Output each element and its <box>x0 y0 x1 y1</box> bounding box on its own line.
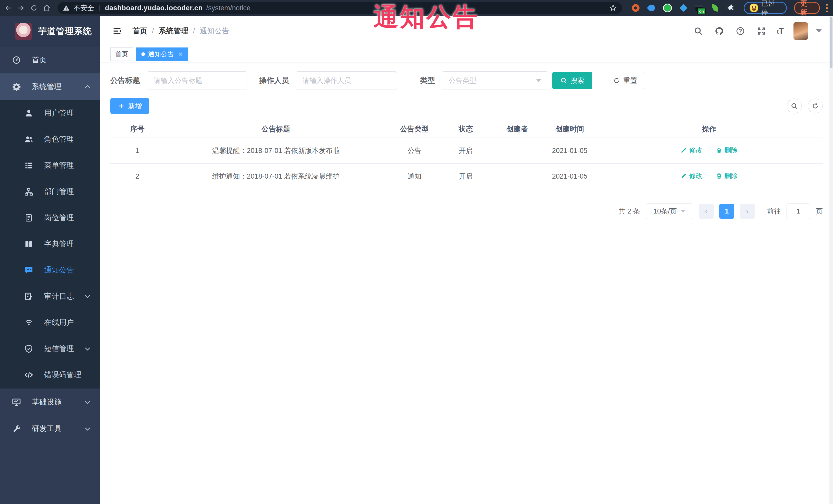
profile-paused-chip[interactable]: 已暂停 <box>744 2 787 14</box>
user-avatar[interactable] <box>793 22 808 40</box>
avatar-caret-icon[interactable] <box>816 29 822 32</box>
refresh-button[interactable] <box>808 99 823 114</box>
tab-notice[interactable]: 通知公告 × <box>136 47 188 61</box>
sidebar-item-book[interactable]: 字典管理 <box>0 231 100 257</box>
monitor-icon <box>11 397 22 407</box>
chevron-down-icon <box>536 79 541 82</box>
extension-green-icon[interactable] <box>663 3 672 13</box>
sidebar-item-message[interactable]: 通知公告 <box>0 257 100 283</box>
sidebar-item-label: 岗位管理 <box>44 213 91 223</box>
delete-link[interactable]: 删除 <box>716 171 738 181</box>
col-header-time: 创建时间 <box>544 124 595 134</box>
toggle-search-button[interactable] <box>787 99 802 114</box>
goto-page-input[interactable] <box>787 203 810 219</box>
table-body: 1 温馨提醒：2018-07-01 若依新版本发布啦 公告 开启 2021-01… <box>110 138 823 189</box>
sidebar-item-gear[interactable]: 系统管理 <box>0 73 100 100</box>
search-button[interactable]: 搜索 <box>552 72 592 89</box>
filter-title-label: 公告标题 <box>110 75 140 86</box>
notice-type-select[interactable]: 公告类型 <box>442 71 548 90</box>
sidebar-item-users[interactable]: 角色管理 <box>0 126 100 152</box>
fullscreen-icon[interactable] <box>756 25 767 37</box>
url-divider <box>99 5 100 11</box>
sidebar-collapse-icon[interactable] <box>111 25 123 37</box>
filter-type-label: 类型 <box>420 75 435 86</box>
operator-input[interactable] <box>295 71 397 90</box>
col-header-status: 状态 <box>442 124 490 134</box>
scrollbar-track[interactable] <box>829 16 833 504</box>
breadcrumb-separator: / <box>152 27 154 35</box>
add-button-label: 新增 <box>128 101 142 111</box>
add-button[interactable]: 新增 <box>110 98 149 114</box>
reset-button[interactable]: 重置 <box>605 72 645 89</box>
next-page-button[interactable]: › <box>740 204 755 219</box>
browser-forward-icon[interactable] <box>16 2 27 14</box>
font-size-icon[interactable]: tT <box>777 26 784 36</box>
sidebar-item-online[interactable]: 在线用户 <box>0 310 100 336</box>
cell-status: 开启 <box>442 172 490 181</box>
page-size-select[interactable]: 10条/页 <box>646 203 693 219</box>
security-warning-icon[interactable] <box>63 4 70 11</box>
page-size-label: 10条/页 <box>653 207 677 216</box>
address-bar[interactable]: 不安全 dashboard.yudao.iocoder.cn /system/n… <box>57 2 622 14</box>
sidebar-item-tool[interactable]: 研发工具 <box>0 415 100 442</box>
extension-drop-icon[interactable] <box>647 3 657 13</box>
browser-update-button[interactable]: 更新 <box>794 2 820 14</box>
scrollbar-thumb[interactable] <box>830 17 832 68</box>
edit-link[interactable]: 修改 <box>680 146 703 155</box>
extensions-area: on <box>631 3 736 13</box>
extensions-puzzle-icon[interactable] <box>726 3 736 13</box>
extension-orange-icon[interactable] <box>631 3 641 13</box>
on-badge: on <box>697 8 706 15</box>
breadcrumb-current: 通知公告 <box>200 26 230 36</box>
prev-page-button[interactable]: ‹ <box>699 204 714 219</box>
tab-close-icon[interactable]: × <box>178 51 183 58</box>
tab-home[interactable]: 首页 <box>110 47 133 61</box>
extension-diamond-icon[interactable] <box>679 3 688 13</box>
notice-title-input[interactable] <box>147 71 247 90</box>
list-icon <box>24 160 34 171</box>
sidebar-item-label: 首页 <box>32 55 91 65</box>
extension-leaf-icon[interactable] <box>710 3 720 13</box>
sidebar-item-label: 部门管理 <box>44 187 91 197</box>
browser-menu-icon[interactable] <box>826 4 828 12</box>
cell-time: 2021-01-05 <box>544 147 595 155</box>
shield-icon <box>24 344 34 354</box>
sidebar-item-tree[interactable]: 部门管理 <box>0 178 100 205</box>
main-area: 首页 / 系统管理 / 通知公告 tT 首页 通知公告 × <box>100 16 833 504</box>
app-logo-row[interactable]: 芋道管理系统 <box>0 16 100 47</box>
sidebar-item-log[interactable]: 审计日志 <box>0 283 100 310</box>
delete-link[interactable]: 删除 <box>716 146 738 155</box>
browser-reload-icon[interactable] <box>28 2 40 14</box>
github-icon[interactable] <box>714 25 725 37</box>
sidebar-item-list[interactable]: 菜单管理 <box>0 152 100 178</box>
edit-link-label: 修改 <box>689 171 703 181</box>
sidebar-item-shield[interactable]: 短信管理 <box>0 336 100 362</box>
browser-back-icon[interactable] <box>3 2 14 14</box>
sidebar-item-label: 研发工具 <box>32 424 84 434</box>
browser-home-icon[interactable] <box>41 2 52 14</box>
chevron-icon <box>84 345 91 353</box>
search-icon[interactable] <box>693 25 704 37</box>
filter-form: 公告标题 操作人员 类型 公告类型 搜索 重置 <box>110 71 823 90</box>
cell-actions: 修改 删除 <box>595 171 823 181</box>
breadcrumb-home[interactable]: 首页 <box>133 26 147 36</box>
chevron-icon <box>84 292 91 300</box>
sidebar-item-monitor[interactable]: 基础设施 <box>0 389 100 415</box>
sidebar-item-badge[interactable]: 岗位管理 <box>0 205 100 231</box>
extension-switch-icon[interactable]: on <box>694 3 704 13</box>
bookmark-star-icon[interactable] <box>609 4 617 12</box>
sidebar-item-user[interactable]: 用户管理 <box>0 100 100 126</box>
sidebar-item-dashboard[interactable]: 首页 <box>0 47 100 73</box>
edit-link[interactable]: 修改 <box>680 171 703 181</box>
edit-link-label: 修改 <box>689 146 703 155</box>
breadcrumb-section[interactable]: 系统管理 <box>159 26 188 36</box>
table-row: 2 维护通知：2018-07-01 若依系统凌晨维护 通知 开启 2021-01… <box>110 163 823 189</box>
help-icon[interactable] <box>735 25 746 37</box>
sidebar-item-code[interactable]: 错误码管理 <box>0 362 100 388</box>
header-actions: tT <box>693 22 822 40</box>
paused-label: 已暂停 <box>761 0 781 17</box>
current-page-button[interactable]: 1 <box>719 204 734 219</box>
app-header: 首页 / 系统管理 / 通知公告 tT <box>100 16 833 46</box>
table-toolbar: 新增 <box>110 98 823 114</box>
delete-link-label: 删除 <box>724 146 738 155</box>
